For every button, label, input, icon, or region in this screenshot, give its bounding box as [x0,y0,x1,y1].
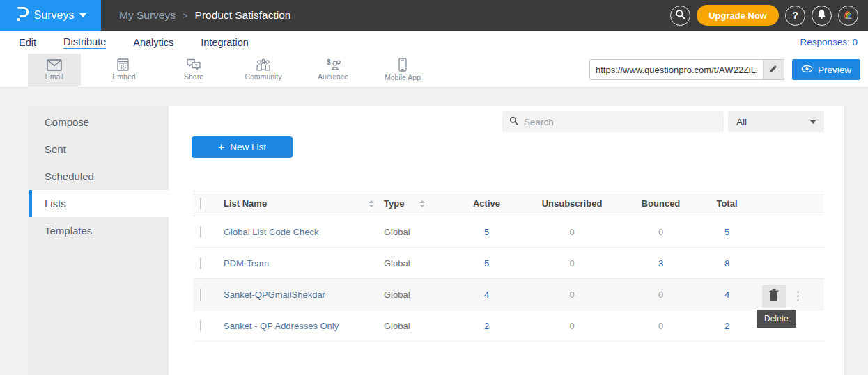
total-count[interactable]: 8 [697,258,757,269]
filter-selected-value: All [736,117,747,127]
toolbar-item-embed[interactable]: Embed [98,54,150,86]
table-row: Global List Code Check Global 5 0 0 5 [193,216,824,248]
preview-button[interactable]: Preview [792,59,860,80]
list-name-link[interactable]: Sanket - QP Addresses Only [224,321,339,331]
total-count[interactable]: 4 [697,289,757,300]
toolbar-item-share[interactable]: ? Share [167,54,220,86]
toolbar-item-audience[interactable]: $ Audience [307,54,359,86]
column-header-list-name[interactable]: List Name [224,198,384,209]
sidebar-item-compose[interactable]: Compose [29,109,169,136]
active-count[interactable]: 4 [454,289,520,300]
tab-edit[interactable]: Edit [19,37,36,48]
sidebar-item-scheduled[interactable]: Scheduled [29,163,169,190]
lists-table-header: List Name Type Active Unsubscribed Bounc… [193,191,824,216]
eye-icon [801,65,813,75]
upgrade-now-button[interactable]: Upgrade Now [697,5,779,26]
list-search-input[interactable] [524,117,717,127]
account-menu-button[interactable] [838,6,858,26]
tab-analytics[interactable]: Analytics [133,37,173,48]
column-header-unsubscribed: Unsubscribed [520,198,624,209]
chevron-down-icon [79,13,86,17]
email-sidebar: Compose Sent Scheduled Lists Templates [29,106,169,375]
sidebar-item-lists[interactable]: Lists [29,190,169,217]
tab-integration[interactable]: Integration [201,37,249,48]
total-count[interactable]: 2 [697,321,757,331]
email-icon [47,59,62,71]
sort-icon [369,200,374,207]
toolbar-item-email[interactable]: Email [28,54,81,86]
sidebar-item-templates[interactable]: Templates [29,217,169,244]
community-icon [255,58,272,71]
preview-label: Preview [818,65,851,75]
toolbar-item-label: Email [45,72,63,81]
embed-icon [117,58,131,71]
survey-nav-tabs: Edit Distribute Analytics Integration Re… [0,31,868,54]
survey-url-input[interactable] [590,60,763,79]
audience-icon: $ [325,58,341,71]
column-header-type[interactable]: Type [384,198,454,209]
search-icon [675,9,685,22]
search-button[interactable] [670,6,690,26]
help-button[interactable]: ? [785,6,805,26]
toolbar-item-label: Share [184,72,203,81]
row-actions: Delete [757,279,824,310]
table-row-hovered: Sanket-QPGmailShekdar Global 4 0 0 4 [193,279,824,310]
delete-list-button[interactable] [762,285,786,308]
row-menu-button[interactable] [794,288,802,304]
active-count[interactable]: 5 [454,227,520,237]
active-count[interactable]: 5 [454,258,520,269]
active-count[interactable]: 2 [454,321,520,331]
breadcrumb-current-survey: Product Satisfaction [195,9,291,22]
lists-table: List Name Type Active Unsubscribed Bounc… [193,191,824,342]
unsubscribed-count: 0 [520,289,624,300]
sidebar-item-label: Sent [45,143,66,155]
breadcrumb-my-surveys[interactable]: My Surveys [119,9,176,22]
row-checkbox[interactable] [200,289,201,301]
toolbar-item-label: Audience [318,72,348,81]
list-name-link[interactable]: Global List Code Check [224,227,319,237]
row-checkbox[interactable] [200,257,201,269]
toolbar-item-label: Mobile App [385,73,421,81]
toolbar-item-community[interactable]: Community [237,54,290,86]
bounced-count[interactable]: 3 [624,258,697,269]
edit-url-button[interactable] [763,60,784,79]
list-type: Global [384,289,454,300]
filters-row: All [169,111,844,132]
list-filter-dropdown[interactable]: All [728,111,824,132]
tab-distribute[interactable]: Distribute [63,36,106,49]
table-row: PDM-Team Global 5 0 3 8 [193,248,824,279]
notifications-button[interactable] [812,6,832,26]
app-switcher[interactable]: Surveys [0,0,101,31]
list-name-link[interactable]: PDM-Team [224,258,269,269]
sidebar-item-label: Templates [45,225,92,237]
avatar [842,8,855,23]
bounced-count: 0 [624,227,697,237]
email-lists-card: Compose Sent Scheduled Lists Templates [29,106,844,375]
toolbar-item-label: Community [245,72,281,81]
chevron-down-icon [810,120,816,124]
header-actions: Upgrade Now ? [670,5,868,26]
questionpro-logo-icon [15,6,29,25]
bell-icon [816,9,827,22]
breadcrumb-separator: > [183,10,188,21]
share-icon: ? [186,58,201,71]
list-search-box [502,111,724,132]
new-list-label: New List [230,142,266,152]
toolbar-item-mobile-app[interactable]: Mobile App [376,54,429,86]
table-row: Sanket - QP Addresses Only Global 2 0 0 … [193,310,824,342]
lists-panel: All + New List List Name [169,106,844,375]
column-header-active: Active [454,198,520,209]
distribute-toolbar: Email Embed ? S [0,54,868,86]
survey-url-group [589,59,784,80]
svg-text:$: $ [327,58,331,66]
list-name-link[interactable]: Sanket-QPGmailShekdar [224,289,325,300]
list-type: Global [384,258,454,269]
top-header: Surveys My Surveys > Product Satisfactio… [0,0,868,31]
total-count[interactable]: 5 [697,227,757,237]
row-checkbox[interactable] [200,226,201,238]
sidebar-item-label: Lists [45,198,66,209]
sidebar-item-sent[interactable]: Sent [29,136,169,163]
select-all-checkbox[interactable] [200,198,201,209]
new-list-button[interactable]: + New List [192,136,293,158]
row-checkbox[interactable] [200,320,201,332]
